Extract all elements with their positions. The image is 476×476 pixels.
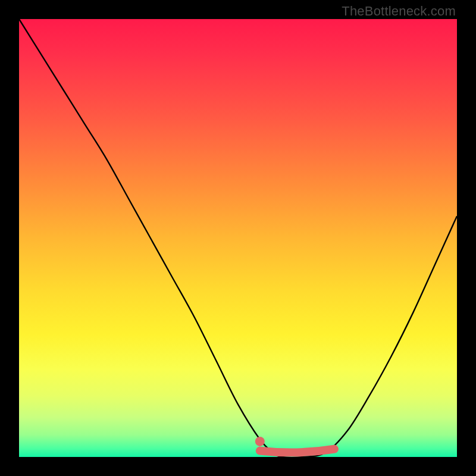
selected-point-marker xyxy=(255,437,265,446)
optimal-range-highlight xyxy=(260,449,334,453)
chart-frame: TheBottleneck.com xyxy=(0,0,476,476)
watermark-text: TheBottleneck.com xyxy=(342,4,456,19)
plot-area xyxy=(19,19,457,457)
curve-layer xyxy=(19,19,457,457)
bottleneck-curve xyxy=(19,19,457,458)
